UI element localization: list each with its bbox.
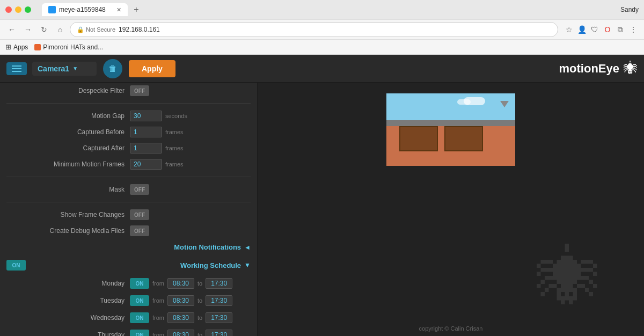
bookmarks-bar: ⊞ Apps Pimoroni HATs and... <box>0 40 644 55</box>
extend-icon[interactable]: ⧉ <box>615 24 626 35</box>
from-label-tuesday: from <box>152 297 164 304</box>
day-toggle-monday[interactable]: ON <box>130 278 149 289</box>
working-schedule-arrow: ▼ <box>244 261 251 269</box>
captured-after-input[interactable] <box>130 143 162 154</box>
despeckle-filter-toggle[interactable]: OFF <box>130 85 149 96</box>
motion-gap-label: Motion Gap <box>6 112 130 120</box>
motion-notifications-label: Motion Notifications <box>174 243 241 251</box>
captured-before-input[interactable] <box>130 127 162 137</box>
minimize-dot[interactable] <box>15 6 21 13</box>
garage-door-right <box>444 126 483 151</box>
min-motion-frames-label: Minimum Motion Frames <box>6 160 130 168</box>
motion-gap-row: Motion Gap seconds <box>0 108 257 124</box>
browser-toolbar: ← → ↻ ⌂ 🔒 Not Secure 192.168.0.161 ☆ 👤 🛡… <box>0 19 644 40</box>
to-time-monday[interactable] <box>206 278 232 289</box>
left-panel: Despeckle Filter OFF Motion Gap seconds … <box>0 83 258 336</box>
day-toggle-tuesday[interactable]: ON <box>130 295 149 306</box>
new-tab-button[interactable]: + <box>130 3 143 16</box>
working-schedule-header: ON Working Schedule ▼ <box>0 255 257 275</box>
lock-icon: 🔒 <box>77 26 84 33</box>
mask-toggle[interactable]: OFF <box>130 184 149 195</box>
back-button[interactable]: ← <box>5 23 18 36</box>
working-schedule-toggle[interactable]: ON <box>6 260 26 271</box>
browser-chrome: meye-a1559848 ✕ + Sandy ← → ↻ ⌂ 🔒 Not Se… <box>0 0 644 55</box>
captured-before-label: Captured Before <box>6 128 130 136</box>
day-label-thursday: Thursday <box>6 331 130 336</box>
garage-door-left <box>399 126 438 151</box>
shield-icon[interactable]: 🛡 <box>589 24 600 35</box>
bookmark-apps[interactable]: ⊞ Apps <box>5 43 28 51</box>
owl-watermark: 🕷 <box>537 240 601 315</box>
captured-after-control: frames <box>130 143 184 154</box>
menu-hamburger-button[interactable] <box>6 62 27 75</box>
min-motion-frames-input[interactable] <box>130 159 162 170</box>
min-motion-frames-unit: frames <box>165 161 184 167</box>
divider-1 <box>6 103 251 104</box>
day-toggle-wednesday[interactable]: ON <box>130 312 149 323</box>
bookmark-pimoroni[interactable]: Pimoroni HATs and... <box>34 43 103 51</box>
mask-row: Mask OFF <box>0 181 257 198</box>
motion-gap-input[interactable] <box>130 111 162 121</box>
day-controls-wednesday: ON from to <box>130 312 232 323</box>
to-time-thursday[interactable] <box>206 330 232 336</box>
working-schedule-title[interactable]: Working Schedule ▼ <box>180 261 251 269</box>
mask-label: Mask <box>6 186 130 193</box>
to-time-tuesday[interactable] <box>206 295 232 306</box>
tab-area: meye-a1559848 ✕ + <box>42 3 620 16</box>
tab-close-button[interactable]: ✕ <box>116 6 121 13</box>
camera-select-arrow: ▼ <box>72 65 78 71</box>
day-row-tuesday: Tuesday ON from to <box>0 292 257 309</box>
profile-icon[interactable]: 👤 <box>576 24 587 35</box>
star-icon[interactable]: ☆ <box>564 24 574 35</box>
working-schedule-label: Working Schedule <box>180 261 241 269</box>
forward-button[interactable]: → <box>21 23 34 36</box>
despeckle-filter-row: Despeckle Filter OFF <box>0 83 257 99</box>
pimoroni-favicon <box>34 44 41 50</box>
app-body: Despeckle Filter OFF Motion Gap seconds … <box>0 83 644 336</box>
day-toggle-thursday[interactable]: ON <box>130 330 149 336</box>
apply-button[interactable]: Apply <box>129 60 175 77</box>
from-time-monday[interactable] <box>167 278 194 289</box>
from-time-wednesday[interactable] <box>167 312 194 323</box>
days-container: Monday ON from to Tuesday ON from to Wed… <box>0 275 257 336</box>
opera-icon[interactable]: O <box>602 24 613 35</box>
menu-icon[interactable]: ⋮ <box>628 24 639 35</box>
right-panel: 🕷 copyright © Calin Crisan <box>258 83 644 336</box>
home-button[interactable]: ⌂ <box>54 23 67 36</box>
create-debug-toggle[interactable]: OFF <box>130 225 149 236</box>
divider-3 <box>6 202 251 202</box>
to-time-wednesday[interactable] <box>206 312 232 323</box>
show-frame-changes-toggle[interactable]: OFF <box>130 209 149 220</box>
motion-notifications-header[interactable]: Motion Notifications ◄ <box>0 239 257 255</box>
create-debug-row: Create Debug Media Files OFF <box>0 223 257 239</box>
logo-area: motionEye 🕷 <box>559 60 638 77</box>
app-container: Camera1 ▼ 🗑 Apply motionEye 🕷 Despeckle … <box>0 55 644 336</box>
close-dot[interactable] <box>5 6 12 13</box>
logo-owl-icon: 🕷 <box>624 60 638 77</box>
day-label-monday: Monday <box>6 280 130 287</box>
captured-after-row: Captured After frames <box>0 140 257 156</box>
camera-select[interactable]: Camera1 ▼ <box>32 62 97 76</box>
from-label-monday: from <box>152 280 164 287</box>
motion-gap-control: seconds <box>130 111 187 121</box>
toolbar-icons: ☆ 👤 🛡 O ⧉ ⋮ <box>564 24 639 35</box>
refresh-button[interactable]: ↻ <box>38 23 50 36</box>
from-time-tuesday[interactable] <box>167 295 194 306</box>
captured-before-row: Captured Before frames <box>0 124 257 140</box>
motion-gap-unit: seconds <box>165 113 187 119</box>
url-bar[interactable]: 🔒 Not Secure 192.168.0.161 <box>70 22 558 37</box>
show-frame-changes-row: Show Frame Changes OFF <box>0 207 257 223</box>
create-debug-control: OFF <box>130 225 149 236</box>
day-row-monday: Monday ON from to <box>0 275 257 292</box>
day-controls-tuesday: ON from to <box>130 295 232 306</box>
maximize-dot[interactable] <box>25 6 31 13</box>
sky-layer <box>386 93 515 122</box>
logo-light-text: motion <box>559 62 598 75</box>
time-sep-monday: to <box>197 280 202 287</box>
from-time-thursday[interactable] <box>167 330 194 336</box>
building-roof-layer <box>386 120 515 126</box>
delete-button[interactable]: 🗑 <box>103 59 122 78</box>
active-tab[interactable]: meye-a1559848 ✕ <box>42 3 128 16</box>
time-sep-tuesday: to <box>197 297 202 304</box>
create-debug-label: Create Debug Media Files <box>6 227 130 235</box>
